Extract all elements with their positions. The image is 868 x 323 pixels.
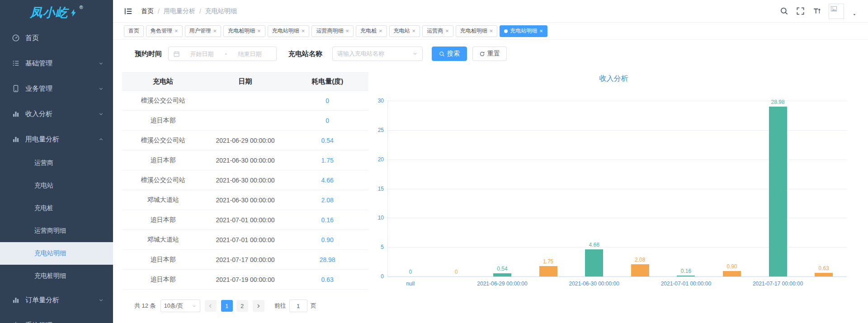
- sidebar-subitem-4[interactable]: 充电站明细: [0, 242, 113, 265]
- tab-close-icon[interactable]: ×: [490, 28, 493, 34]
- table-row: 追日本部2021-07-19 00:00:000.63: [122, 270, 368, 290]
- x-axis-line: [387, 276, 847, 277]
- table-row: 追日本部2021-07-01 00:00:000.16: [122, 210, 368, 230]
- tab-label: 用户管理: [189, 27, 211, 35]
- tab-close-icon[interactable]: ×: [445, 28, 449, 34]
- chevron-down-icon: [412, 51, 418, 56]
- sidebar-item-label: 用电量分析: [25, 135, 98, 144]
- cell-station: 邓城大道站: [122, 190, 204, 210]
- user-avatar[interactable]: [829, 4, 844, 19]
- cell-value: 0.63: [286, 270, 368, 290]
- tab-8[interactable]: 运营商×: [422, 25, 453, 37]
- tab-10[interactable]: 充电站明细×: [500, 25, 547, 37]
- sidebar-subitem-label: 充电站明细: [34, 249, 66, 257]
- tab-5[interactable]: 运营商明细×: [311, 25, 354, 37]
- sidebar-item-4[interactable]: 用电量分析: [0, 126, 113, 152]
- sidebar-item-6[interactable]: 系统管理: [0, 313, 113, 323]
- tab-close-icon[interactable]: ×: [302, 28, 305, 34]
- tab-2[interactable]: 用户管理×: [185, 25, 222, 37]
- caret-down-icon[interactable]: [852, 12, 857, 17]
- fullscreen-icon[interactable]: [796, 7, 805, 15]
- tab-6[interactable]: 充电桩×: [356, 25, 387, 37]
- chart-bar[interactable]: [769, 107, 787, 276]
- cell-value: 0: [286, 111, 368, 131]
- sidebar-item-1[interactable]: 基础管理: [0, 51, 113, 76]
- tab-7[interactable]: 充电站×: [389, 25, 420, 37]
- y-axis-label: 15: [378, 185, 384, 192]
- tab-3[interactable]: 充电桩明细×: [223, 25, 265, 37]
- chart-icon: [12, 296, 20, 304]
- sidebar-subitem-2[interactable]: 充电桩: [0, 197, 113, 220]
- cell-date: 2021-06-29 00:00:00: [204, 131, 287, 150]
- tab-close-icon[interactable]: ×: [412, 28, 416, 34]
- station-select[interactable]: 请输入充电站名称: [332, 47, 423, 61]
- chevron-down-icon: [98, 61, 104, 66]
- sidebar-subitem-label: 充电桩: [34, 204, 53, 212]
- breadcrumb-item[interactable]: 首页: [141, 7, 154, 15]
- sidebar-subitem-3[interactable]: 运营商明细: [0, 220, 113, 242]
- sidebar-collapse-icon[interactable]: [124, 7, 133, 16]
- table-row: 追日本部0: [122, 111, 368, 131]
- bar-value-label: 2.08: [627, 256, 654, 263]
- x-axis-label: null: [374, 280, 447, 287]
- search-icon[interactable]: [780, 7, 788, 15]
- tab-label: 充电站明细: [272, 27, 299, 35]
- prev-page-button[interactable]: [205, 300, 217, 312]
- tab-close-icon[interactable]: ×: [257, 28, 261, 34]
- tab-9[interactable]: 充电桩明细×: [456, 25, 498, 37]
- page-button-2[interactable]: 2: [236, 300, 248, 312]
- sidebar-subitem-0[interactable]: 运营商: [0, 152, 113, 174]
- logo-text: 凤小屹: [30, 5, 68, 21]
- sidebar-item-2[interactable]: 业务管理: [0, 76, 113, 101]
- chart-bar[interactable]: [677, 276, 695, 276]
- page-button-1[interactable]: 1: [221, 300, 233, 312]
- tab-close-icon[interactable]: ×: [175, 28, 178, 34]
- date-range-picker[interactable]: -: [168, 47, 277, 61]
- reset-button[interactable]: 重置: [472, 47, 507, 61]
- next-page-button[interactable]: [253, 300, 264, 312]
- cell-station: 檀溪公交公司站: [122, 91, 204, 111]
- cell-date: [204, 111, 287, 131]
- date-end-input[interactable]: [228, 51, 272, 57]
- sidebar-item-5[interactable]: 订单量分析: [0, 287, 113, 313]
- gear-icon: [12, 321, 20, 323]
- content: 预约时间 - 充电站名称 请输入充电站名称 搜索: [113, 40, 868, 323]
- pagination: 共 12 条 10条/页 12 前往: [122, 300, 368, 312]
- cell-value: 0.54: [286, 131, 368, 150]
- bar-value-label: 4.66: [580, 241, 608, 248]
- table-row: 檀溪公交公司站2021-06-29 00:00:000.54: [122, 131, 368, 150]
- cell-value: 1.75: [286, 150, 368, 170]
- chart-bar[interactable]: [585, 249, 603, 276]
- chart-bar[interactable]: [539, 266, 557, 276]
- goto-page-input[interactable]: [289, 300, 307, 312]
- breadcrumb: 首页/用电量分析/充电站明细: [141, 7, 237, 15]
- bar-value-label: 0.63: [810, 265, 837, 272]
- x-axis-label: 2021-07-01 00:00:00: [650, 280, 722, 287]
- station-select-placeholder: 请输入充电站名称: [337, 50, 412, 58]
- tab-close-icon[interactable]: ×: [345, 28, 349, 34]
- tab-close-icon[interactable]: ×: [379, 28, 382, 34]
- date-start-input[interactable]: [180, 51, 224, 57]
- tab-0[interactable]: 首页: [124, 25, 144, 37]
- sidebar-subitem-5[interactable]: 充电桩明细: [0, 265, 113, 287]
- search-icon: [439, 51, 445, 57]
- tab-4[interactable]: 充电站明细×: [268, 25, 310, 37]
- sidebar-subitem-1[interactable]: 充电站: [0, 174, 113, 197]
- chart-bar[interactable]: [493, 273, 511, 276]
- chart-icon: [12, 135, 20, 143]
- tab-close-icon[interactable]: ×: [539, 28, 543, 34]
- search-button[interactable]: 搜索: [432, 47, 467, 61]
- station-filter-label: 充电站名称: [288, 50, 322, 58]
- active-tab-dot: [504, 29, 508, 33]
- font-size-icon[interactable]: [812, 7, 821, 15]
- filter-bar: 预约时间 - 充电站名称 请输入充电站名称 搜索: [122, 46, 859, 61]
- sidebar-item-3[interactable]: 收入分析: [0, 101, 113, 126]
- chart-bar[interactable]: [723, 271, 741, 276]
- chart-bar[interactable]: [631, 264, 649, 276]
- sidebar-item-0[interactable]: 首页: [0, 25, 113, 51]
- page-size-select[interactable]: 10条/页: [160, 300, 200, 312]
- tab-1[interactable]: 角色管理×: [146, 25, 183, 37]
- chart-bar[interactable]: [815, 273, 833, 276]
- bar-value-label: 1.75: [535, 258, 562, 265]
- tab-close-icon[interactable]: ×: [213, 28, 217, 34]
